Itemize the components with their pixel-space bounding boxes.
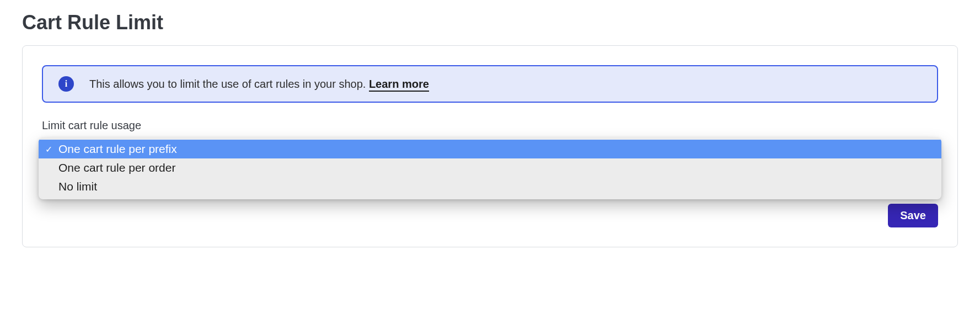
info-message: This allows you to limit the use of cart…	[89, 78, 369, 90]
learn-more-link[interactable]: Learn more	[369, 78, 429, 92]
dropdown-option-nolimit[interactable]: No limit	[39, 177, 941, 196]
info-banner: i This allows you to limit the use of ca…	[42, 65, 938, 103]
info-icon: i	[58, 76, 74, 92]
dropdown-option-label: No limit	[58, 180, 97, 193]
save-button[interactable]: Save	[888, 204, 938, 227]
settings-card: i This allows you to limit the use of ca…	[22, 45, 958, 247]
dropdown-option-label: One cart rule per prefix	[58, 142, 177, 155]
save-row: Save	[42, 204, 938, 227]
check-icon: ✓	[45, 144, 52, 155]
field-label: Limit cart rule usage	[42, 119, 938, 132]
info-text: This allows you to limit the use of cart…	[89, 78, 429, 91]
page-title: Cart Rule Limit	[22, 11, 958, 34]
dropdown-list: ✓ One cart rule per prefix One cart rule…	[39, 137, 941, 199]
dropdown-option-prefix[interactable]: ✓ One cart rule per prefix	[39, 140, 941, 158]
dropdown-option-label: One cart rule per order	[58, 161, 175, 174]
dropdown-option-order[interactable]: One cart rule per order	[39, 158, 941, 177]
